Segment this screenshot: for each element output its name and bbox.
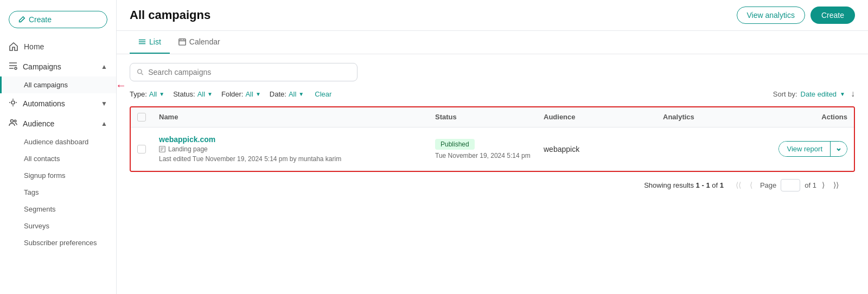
surveys-label: Surveys <box>24 222 49 230</box>
sidebar-create-button[interactable]: Create <box>9 11 107 28</box>
sidebar-item-segments[interactable]: Segments <box>0 201 116 218</box>
sort-chevron[interactable]: ▼ <box>840 91 845 97</box>
type-filter-value: All <box>149 90 157 98</box>
audience-icon <box>9 118 17 129</box>
sidebar-audience-label: Audience <box>23 119 54 128</box>
col-name: Name <box>159 113 435 122</box>
tab-calendar[interactable]: Calendar <box>170 31 229 54</box>
status-filter-label: Status: <box>173 90 195 98</box>
svg-point-2 <box>11 120 14 123</box>
page-range: 1 - 1 <box>696 181 710 189</box>
sidebar-automations-section[interactable]: Automations ▼ <box>0 93 116 113</box>
table-header: Name Status Audience Analytics Actions <box>131 107 854 127</box>
campaign-type-label: Landing page <box>168 145 208 153</box>
sidebar-campaigns-section[interactable]: Campaigns ▲ <box>0 56 116 76</box>
all-campaigns-label: All campaigns <box>24 81 68 89</box>
sidebar-item-signup-forms[interactable]: Signup forms <box>0 167 116 184</box>
svg-point-3 <box>14 120 16 122</box>
campaign-last-edited: Last edited Tue November 19, 2024 5:14 p… <box>159 155 435 163</box>
sort-value[interactable]: Date edited <box>801 90 837 98</box>
next-page-button[interactable]: ⟩ <box>819 178 828 191</box>
tab-calendar-label: Calendar <box>189 37 220 46</box>
campaign-status-cell: Published Tue November 19, 2024 5:14 pm <box>435 139 544 159</box>
of-label: of <box>712 181 718 189</box>
page-number-input[interactable]: 1 <box>781 179 800 191</box>
col-audience: Audience <box>544 113 663 122</box>
sort-direction-icon[interactable]: ↓ <box>851 89 855 99</box>
sidebar-item-all-campaigns[interactable]: All campaigns ← <box>0 76 116 93</box>
first-page-button[interactable]: ⟨⟨ <box>732 178 744 191</box>
sidebar-item-audience-dashboard[interactable]: Audience dashboard <box>0 133 116 150</box>
campaign-name-cell: webappick.com Landing page Last edited T… <box>159 135 435 163</box>
search-bar[interactable] <box>130 63 358 81</box>
calendar-tab-icon <box>178 38 186 46</box>
campaign-type: Landing page <box>159 145 435 153</box>
signup-forms-label: Signup forms <box>24 171 66 180</box>
sidebar-item-all-contacts[interactable]: All contacts <box>0 150 116 167</box>
status-badge: Published <box>435 139 475 150</box>
page-header: All campaigns View analytics Create <box>117 0 868 31</box>
showing-label: Showing results <box>644 181 694 189</box>
home-icon <box>9 42 18 52</box>
campaigns-table: Name Status Audience Analytics Actions w… <box>130 106 855 172</box>
tab-list[interactable]: List <box>130 31 170 54</box>
create-campaign-button[interactable]: Create <box>810 7 855 24</box>
campaigns-icon <box>9 61 17 72</box>
page-navigation: ⟨⟨ ⟨ Page 1 of 1 ⟩ ⟩⟩ <box>732 178 842 191</box>
view-report-label[interactable]: View report <box>779 142 831 156</box>
prev-page-button[interactable]: ⟨ <box>746 178 756 191</box>
sidebar-home-label: Home <box>24 42 44 51</box>
folder-filter-chevron: ▼ <box>256 91 261 97</box>
pagination: Showing results 1 - 1 of 1 ⟨⟨ ⟨ Page 1 o… <box>130 172 855 198</box>
svg-rect-4 <box>179 39 186 45</box>
campaign-audience-cell: webappick <box>544 145 663 154</box>
sidebar-audience-section[interactable]: Audience ▲ <box>0 113 116 133</box>
dropdown-chevron-icon <box>836 146 841 152</box>
tags-label: Tags <box>24 188 39 196</box>
col-analytics: Analytics <box>663 113 771 122</box>
list-tab-icon <box>138 38 146 46</box>
segments-label: Segments <box>24 205 56 213</box>
sidebar-item-surveys[interactable]: Surveys <box>0 218 116 234</box>
date-filter-label: Date: <box>270 90 286 98</box>
type-filter-chevron: ▼ <box>159 91 164 97</box>
chevron-up-icon2: ▲ <box>101 120 107 127</box>
search-icon <box>137 68 144 76</box>
last-page-button[interactable]: ⟩⟩ <box>830 178 842 191</box>
clear-filters-button[interactable]: Clear <box>315 90 331 98</box>
landing-page-icon <box>159 146 165 152</box>
arrow-indicator: ← <box>116 79 126 91</box>
type-filter-label: Type: <box>130 90 147 98</box>
row-checkbox[interactable] <box>137 145 146 154</box>
page-title: All campaigns <box>130 8 210 22</box>
showing-results-text: Showing results 1 - 1 of 1 <box>644 181 724 189</box>
chevron-down-icon: ▼ <box>101 100 107 107</box>
status-date: Tue November 19, 2024 5:14 pm <box>435 152 544 159</box>
date-filter[interactable]: Date: All ▼ <box>270 90 304 98</box>
sidebar-item-home[interactable]: Home <box>0 37 116 56</box>
status-filter-chevron: ▼ <box>207 91 213 97</box>
table-row: webappick.com Landing page Last edited T… <box>131 127 854 171</box>
sidebar-automations-label: Automations <box>23 99 65 108</box>
automations-icon <box>9 98 17 108</box>
type-filter[interactable]: Type: All ▼ <box>130 90 164 98</box>
view-report-button[interactable]: View report <box>778 141 847 157</box>
view-analytics-button[interactable]: View analytics <box>737 7 805 24</box>
tabs-bar: List Calendar <box>117 31 868 54</box>
all-contacts-label: All contacts <box>24 155 60 163</box>
folder-filter[interactable]: Folder: All ▼ <box>221 90 261 98</box>
view-report-dropdown-arrow[interactable] <box>831 143 847 155</box>
sidebar-item-tags[interactable]: Tags <box>0 184 116 201</box>
svg-point-1 <box>11 101 15 104</box>
date-filter-chevron: ▼ <box>298 91 304 97</box>
date-filter-value: All <box>289 90 296 98</box>
of-pages-text: of 1 <box>805 181 816 189</box>
status-filter[interactable]: Status: All ▼ <box>173 90 213 98</box>
row-checkbox-cell <box>137 145 159 154</box>
campaign-actions-cell: View report <box>771 141 847 157</box>
select-all-checkbox[interactable] <box>137 113 146 122</box>
campaign-name[interactable]: webappick.com <box>159 135 435 144</box>
search-input[interactable] <box>148 68 350 76</box>
sidebar-item-subscriber-preferences[interactable]: Subscriber preferences <box>0 234 116 251</box>
filters-bar: Type: All ▼ Status: All ▼ Folder: All ▼ … <box>130 89 855 99</box>
